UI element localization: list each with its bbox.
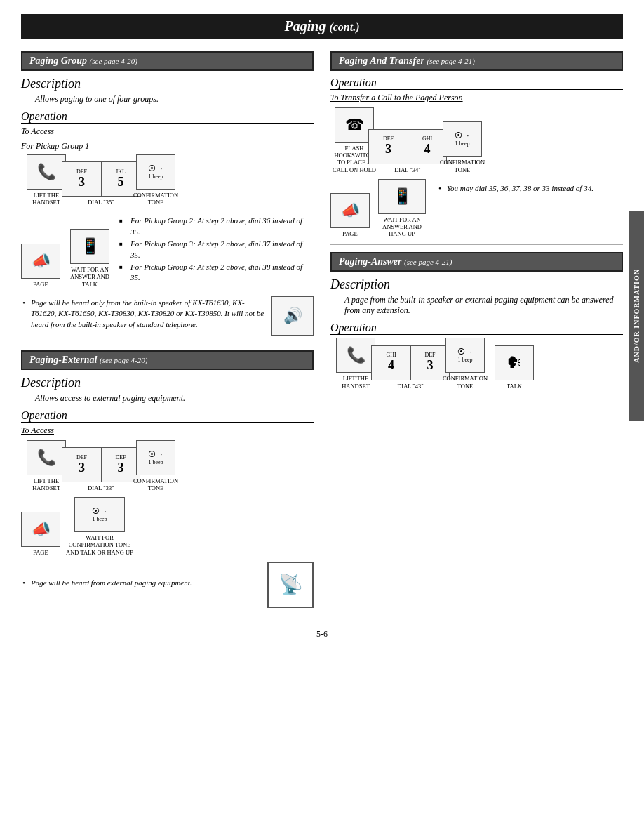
paging-ans-desc-text: A page from the built-in speaker or exte… bbox=[330, 295, 623, 316]
paging-group-note-text: Page will be heard only from the built-i… bbox=[21, 298, 314, 330]
sub-bullet-1: For Pickup Group 2: At step 2 above, dia… bbox=[119, 216, 314, 237]
pickup-group-bullets: For Pickup Group 2: At step 2 above, dia… bbox=[119, 216, 314, 284]
step-wait-tr-label: WAIT FOR AN ANSWER AND HANG UP bbox=[374, 216, 430, 238]
tone-icon-tr: ⦿ · 1 beep bbox=[443, 121, 482, 157]
step-dial-43: GHI 4 DEF 3 DIAL "43" bbox=[385, 345, 436, 390]
paging-transfer-op-heading: Operation bbox=[330, 77, 623, 90]
step-talk-ans-label: TALK bbox=[507, 383, 522, 390]
paging-ext-note-text: Page will be heard from external paging … bbox=[21, 578, 260, 588]
step-wait-tr: 📱 WAIT FOR AN ANSWER AND HANG UP bbox=[374, 179, 430, 238]
transfer-icons-col: 📣 PAGE 📱 WAIT FOR AN ANSWER AND HANG UP bbox=[330, 179, 430, 238]
page-icon-1: 📣 bbox=[21, 244, 60, 279]
wait-icon-ext: ⦿ · 1 beep bbox=[74, 497, 125, 532]
key-pair-33: DEF 3 DEF 3 bbox=[62, 447, 140, 482]
tone-icon-1: ⦿ · 1 beep bbox=[136, 154, 175, 190]
paging-ext-desc-text: Allows access to external paging equipme… bbox=[21, 393, 314, 404]
step-confirm-tone-1: ⦿ · 1 beep CONFIRMATION TONE bbox=[130, 154, 181, 206]
key-ghi-4-ans: GHI 4 bbox=[371, 345, 410, 380]
key-def-3-ext1: DEF 3 bbox=[62, 447, 101, 482]
paging-external-title: Paging-External (see page 4-20) bbox=[21, 350, 314, 370]
transfer-note-text: You may dial 35, 36, 37, 38 or 33 instea… bbox=[437, 183, 623, 194]
paging-group-title: Paging Group (see page 4-20) bbox=[21, 51, 314, 71]
main-content: Paging Group (see page 4-20) Description… bbox=[21, 51, 623, 615]
step-dial-35: DEF 3 JKL 5 DIAL "35" bbox=[76, 161, 126, 206]
paging-transfer-title: Paging And Transfer (see page 4-21) bbox=[330, 51, 623, 71]
key-pair-43: GHI 4 DEF 3 bbox=[371, 345, 450, 380]
paging-ext-to-access: To Access bbox=[21, 425, 314, 436]
paging-group-note-area: 🔊 Page will be heard only from the built… bbox=[21, 293, 314, 336]
paging-ans-op-heading: Operation bbox=[330, 322, 623, 335]
key-pair-34: DEF 3 GHI 4 bbox=[368, 129, 447, 164]
paging-ext-note-area: Page will be heard from external paging … bbox=[21, 562, 314, 608]
paging-ext-desc-heading: Description bbox=[21, 376, 314, 390]
page-footer: 5-6 bbox=[21, 629, 623, 640]
step-dial-35-label: DIAL "35" bbox=[88, 199, 114, 206]
step-confirm-ans-label: CONFIRMATION TONE bbox=[440, 375, 490, 389]
tone-icon-ext: ⦿ · 1 beep bbox=[136, 440, 175, 475]
page-title-cont: (cont.) bbox=[329, 21, 359, 33]
paging-group-desc-text: Allows paging to one of four groups. bbox=[21, 94, 314, 105]
paging-ext-steps: 📞 LIFT THE HANDSET DEF 3 DEF 3 DIAL "33" bbox=[21, 440, 314, 491]
step-page-1-label: PAGE bbox=[33, 281, 48, 288]
phone-icon-ans: 📞 bbox=[336, 338, 375, 373]
step-wait-ext: ⦿ · 1 beep WAIT FOR CONFIRMATION TONE AN… bbox=[65, 497, 135, 556]
step-page-tr-label: PAGE bbox=[342, 230, 357, 237]
step-confirm-tone-ext: ⦿ · 1 beep CONFIRMATION TONE bbox=[130, 440, 181, 491]
step-dial-33: DEF 3 DEF 3 DIAL "33" bbox=[76, 447, 126, 491]
key-pair-35: DEF 3 JKL 5 bbox=[62, 161, 140, 197]
talk-icon-ans: 🗣 bbox=[495, 345, 534, 380]
paging-group-for-pickup1: For Pickup Group 1 bbox=[21, 141, 314, 152]
step-page-tr: 📣 PAGE bbox=[330, 193, 370, 237]
phone-icon-1: 📞 bbox=[27, 154, 66, 190]
page-title: Paging bbox=[284, 18, 326, 34]
step-wait-1-label: WAIT FOR AN ANSWER AND TALK bbox=[65, 266, 115, 288]
paging-ext-step-row2: 📣 PAGE ⦿ · 1 beep WAIT FOR CONFIRMATION … bbox=[21, 497, 314, 556]
phone-icon-ext: 📞 bbox=[27, 440, 66, 475]
paging-answer-title: Paging-Answer (see page 4-21) bbox=[330, 252, 623, 272]
paging-transfer-to-transfer: To Transfer a Call to the Paged Person bbox=[330, 93, 623, 103]
step-dial-33-label: DIAL "33" bbox=[88, 484, 114, 491]
tone-icon-ans: ⦿ · 1 beep bbox=[445, 338, 485, 373]
paging-group-desc-heading: Description bbox=[21, 77, 314, 91]
paging-transfer-row2: 📣 PAGE 📱 WAIT FOR AN ANSWER AND HANG UP … bbox=[330, 179, 623, 238]
paging-group-op-heading: Operation bbox=[21, 110, 314, 124]
step-dial-43-label: DIAL "43" bbox=[397, 383, 424, 390]
step-confirm-1-label: CONFIRMATION TONE bbox=[130, 192, 181, 206]
paging-ans-desc-heading: Description bbox=[330, 277, 623, 292]
paging-ext-op-heading: Operation bbox=[21, 409, 314, 423]
sidebar-tab-label: AND/OR INFORMATION bbox=[633, 269, 640, 363]
transfer-note-col: You may dial 35, 36, 37, 38 or 33 instea… bbox=[437, 179, 623, 238]
key-def-3-tr: DEF 3 bbox=[368, 129, 408, 164]
step-confirm-tr-label: CONFIRMATION TONE bbox=[437, 159, 488, 173]
paging-group-note: Page will be heard only from the built-i… bbox=[21, 298, 314, 330]
paging-ext-note: Page will be heard from external paging … bbox=[21, 578, 260, 590]
right-sidebar-tab: AND/OR INFORMATION bbox=[629, 211, 644, 421]
step-page-1: 📣 PAGE bbox=[21, 244, 60, 288]
paging-transfer-steps: ☎ FLASH HOOKSWITCH TO PLACE A CALL ON HO… bbox=[330, 107, 623, 173]
sub-bullet-3: For Pickup Group 4: At step 2 above, dia… bbox=[119, 262, 314, 284]
step-dial-34: DEF 3 GHI 4 DIAL "34" bbox=[382, 129, 433, 173]
paging-group-steps: 📞 LIFT THE HANDSET DEF 3 JKL 5 DIAL "35" bbox=[21, 154, 314, 206]
step-page-ext: 📣 PAGE bbox=[21, 512, 60, 556]
sub-bullet-2: For Pickup Group 3: At step 2 above, dia… bbox=[119, 239, 314, 260]
paging-group-step-row2: 📣 PAGE 📱 WAIT FOR AN ANSWER AND TALK For… bbox=[21, 211, 314, 287]
wait-icon-1: 📱 bbox=[70, 229, 109, 264]
transfer-note: You may dial 35, 36, 37, 38 or 33 instea… bbox=[437, 183, 623, 194]
page-number: 5-6 bbox=[316, 629, 328, 639]
left-column: Paging Group (see page 4-20) Description… bbox=[21, 51, 314, 615]
right-column: Paging And Transfer (see page 4-21) Oper… bbox=[330, 51, 623, 615]
key-def-3: DEF 3 bbox=[62, 161, 101, 197]
page-icon-tr: 📣 bbox=[330, 193, 370, 228]
step-talk-ans: 🗣 TALK bbox=[495, 345, 534, 390]
wait-icon-tr: 📱 bbox=[378, 179, 426, 214]
step-wait-ext-label: WAIT FOR CONFIRMATION TONE AND TALK OR H… bbox=[65, 534, 135, 556]
page-icon-ext: 📣 bbox=[21, 512, 60, 547]
step-dial-34-label: DIAL "34" bbox=[394, 166, 421, 173]
external-speaker-icon: 📡 bbox=[267, 562, 314, 608]
step-confirm-tone-ans: ⦿ · 1 beep CONFIRMATION TONE bbox=[440, 338, 490, 389]
page-title-bar: Paging (cont.) bbox=[21, 14, 623, 39]
transfer-page-wait: 📣 PAGE 📱 WAIT FOR AN ANSWER AND HANG UP bbox=[330, 179, 430, 238]
step-page-ext-label: PAGE bbox=[33, 549, 48, 556]
paging-ans-steps: 📞 LIFT THE HANDSET GHI 4 DEF 3 DIAL "43" bbox=[330, 338, 623, 389]
paging-group-to-access: To Access bbox=[21, 126, 314, 137]
